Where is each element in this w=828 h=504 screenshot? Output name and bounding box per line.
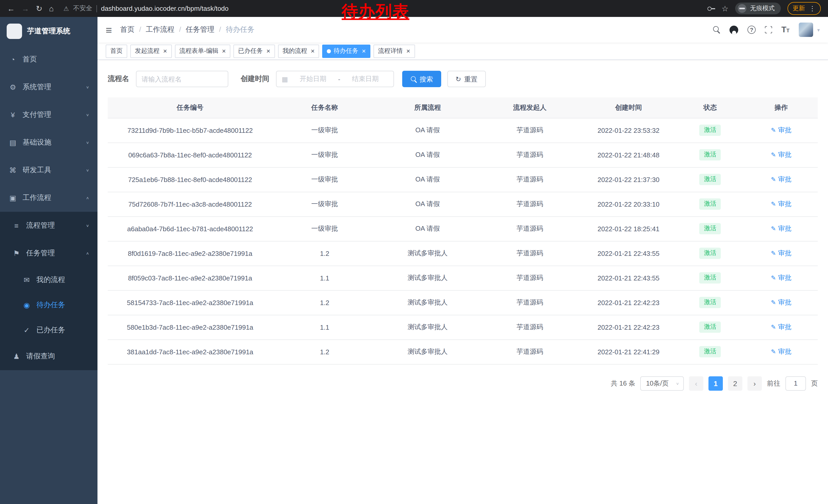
sidebar-item-process-mgmt[interactable]: ≡ 流程管理 ∨	[0, 212, 97, 239]
back-icon[interactable]: ←	[7, 5, 15, 12]
chat-icon: ✉	[22, 276, 31, 284]
approve-link[interactable]: ✎ 审批	[771, 273, 791, 282]
edit-icon: ✎	[771, 299, 776, 306]
sidebar-item-label: 系统管理	[23, 83, 51, 92]
cell-task-name: 一级审批	[273, 167, 377, 192]
approve-link[interactable]: ✎ 审批	[771, 150, 791, 159]
sidebar-item-infrastructure[interactable]: ▤ 基础设施 ∨	[0, 129, 97, 156]
sidebar-item-system[interactable]: ⚙ 系统管理 ∨	[0, 73, 97, 101]
cell-created: 2022-01-21 22:42:23	[581, 290, 676, 315]
approve-link[interactable]: ✎ 审批	[771, 175, 791, 184]
approve-label: 审批	[778, 273, 791, 282]
url-text: dashboard.yudao.iocoder.cn/bpm/task/todo	[101, 5, 229, 12]
sidebar-item-todo-task[interactable]: ◉ 待办任务	[0, 292, 97, 317]
next-page-button[interactable]: ›	[747, 376, 762, 391]
breadcrumb-item-todo-task[interactable]: 待办任务	[226, 25, 254, 34]
sidebar-item-label: 工作流程	[23, 193, 51, 202]
tab-close-icon[interactable]: ×	[311, 48, 315, 54]
cell-action: ✎ 审批	[745, 315, 818, 339]
goto-page-input[interactable]	[785, 376, 806, 391]
approve-link[interactable]: ✎ 审批	[771, 224, 791, 233]
table-row: 580e1b3d-7ac8-11ec-a9e2-a2380e71991a 1.1…	[108, 315, 818, 339]
page-size-value: 10条/页	[646, 379, 669, 388]
status-badge: 激活	[700, 248, 721, 259]
tab-close-icon[interactable]: ×	[362, 48, 366, 54]
bookmark-star-icon[interactable]: ☆	[721, 5, 729, 12]
tools-icon: ⌘	[8, 166, 17, 174]
tab-close-icon[interactable]: ×	[266, 48, 270, 54]
cell-status: 激活	[676, 142, 744, 167]
sidebar-item-leave-query[interactable]: ♟ 请假查询	[0, 342, 97, 370]
cell-task-name: 1.2	[273, 241, 377, 266]
cell-process: OA 请假	[377, 142, 479, 167]
github-icon[interactable]	[730, 26, 738, 34]
status-badge: 激活	[700, 272, 721, 283]
pagination: 共 16 条 10条/页 ∨ ‹ 1 2 › 前往 页	[108, 376, 818, 406]
page-size-select[interactable]: 10条/页 ∨	[640, 376, 684, 391]
approve-link[interactable]: ✎ 审批	[771, 199, 791, 209]
password-key-icon[interactable]	[707, 6, 715, 11]
approve-link[interactable]: ✎ 审批	[771, 249, 791, 258]
cell-process: 测试多审批人	[377, 290, 479, 315]
tab-form-edit[interactable]: 流程表单-编辑 ×	[175, 44, 230, 58]
date-range-picker[interactable]: ▦ 开始日期 - 结束日期	[276, 71, 394, 87]
breadcrumb-item-workflow[interactable]: 工作流程	[146, 25, 186, 34]
prev-page-button[interactable]: ‹	[689, 376, 703, 391]
font-size-icon[interactable]: TT	[781, 26, 790, 34]
monitor-icon: ▤	[8, 138, 17, 147]
cell-process: OA 请假	[377, 192, 479, 216]
reload-icon[interactable]: ↻	[36, 5, 42, 12]
tab-my-process[interactable]: 我的流程 ×	[278, 44, 319, 58]
status-badge: 激活	[700, 125, 721, 136]
sidebar-item-task-mgmt[interactable]: ⚑ 任务管理 ∧	[0, 239, 97, 267]
cell-task-id: 73211d9d-7b9b-11ec-b5b7-acde48001122	[108, 118, 273, 142]
avatar-caret-icon[interactable]: ▾	[817, 27, 820, 33]
edit-icon: ✎	[771, 151, 776, 158]
sidebar-item-payment[interactable]: ¥ 支付管理 ∨	[0, 101, 97, 129]
sidebar-item-label: 支付管理	[23, 110, 51, 120]
reset-button[interactable]: ↻ 重置	[447, 71, 486, 87]
page-number-button-1[interactable]: 1	[708, 376, 723, 391]
fullscreen-icon[interactable]	[765, 26, 772, 33]
search-button[interactable]: 搜索	[402, 71, 441, 87]
cell-starter: 芋道源码	[479, 339, 581, 364]
sidebar-item-workflow[interactable]: ▣ 工作流程 ∧	[0, 184, 97, 212]
breadcrumb-item-task-mgmt[interactable]: 任务管理	[186, 25, 226, 34]
browser-menu-icon[interactable]: ⋮	[809, 5, 816, 12]
sidebar-item-devtools[interactable]: ⌘ 研发工具 ∨	[0, 156, 97, 184]
tab-close-icon[interactable]: ×	[163, 48, 167, 54]
cell-starter: 芋道源码	[479, 290, 581, 315]
approve-link[interactable]: ✎ 审批	[771, 298, 791, 307]
screen: ← → ↻ ⌂ ⚠ 不安全 dashboard.yudao.iocoder.cn…	[0, 0, 828, 504]
user-avatar[interactable]	[799, 22, 813, 37]
sidebar-item-home[interactable]: ◔ 首页	[0, 46, 97, 73]
approve-link[interactable]: ✎ 审批	[771, 347, 791, 356]
forward-icon[interactable]: →	[22, 5, 29, 12]
browser-update-button[interactable]: 更新 ⋮	[787, 2, 821, 15]
column-header: 任务名称	[273, 97, 377, 118]
tab-done-task[interactable]: 已办任务 ×	[234, 44, 275, 58]
search-icon[interactable]	[713, 26, 720, 33]
tab-close-icon[interactable]: ×	[406, 48, 410, 54]
sidebar-item-label: 已办任务	[36, 325, 65, 334]
help-icon[interactable]: ?	[747, 26, 756, 34]
cell-created: 2022-01-21 22:42:23	[581, 315, 676, 339]
sidebar-toggle-icon[interactable]: ≡	[106, 25, 112, 35]
tab-close-icon[interactable]: ×	[222, 48, 226, 54]
tab-start-process[interactable]: 发起流程 ×	[130, 44, 172, 58]
tab-process-detail[interactable]: 流程详情 ×	[373, 44, 415, 58]
tab-home[interactable]: 首页	[106, 44, 127, 58]
tab-todo-task[interactable]: 待办任务 ×	[322, 44, 370, 58]
process-name-input[interactable]	[136, 71, 228, 87]
approve-link[interactable]: ✎ 审批	[771, 322, 791, 332]
range-separator: -	[338, 75, 340, 83]
cell-task-name: 1.1	[273, 266, 377, 290]
goto-label: 前往	[767, 379, 780, 388]
sidebar-item-done-task[interactable]: ✓ 已办任务	[0, 317, 97, 342]
approve-link[interactable]: ✎ 审批	[771, 126, 791, 135]
breadcrumb-item-home[interactable]: 首页	[120, 25, 146, 34]
cell-task-name: 1.2	[273, 290, 377, 315]
sidebar-item-my-process[interactable]: ✉ 我的流程	[0, 267, 97, 292]
page-number-button-2[interactable]: 2	[728, 376, 742, 391]
home-icon[interactable]: ⌂	[49, 5, 54, 12]
